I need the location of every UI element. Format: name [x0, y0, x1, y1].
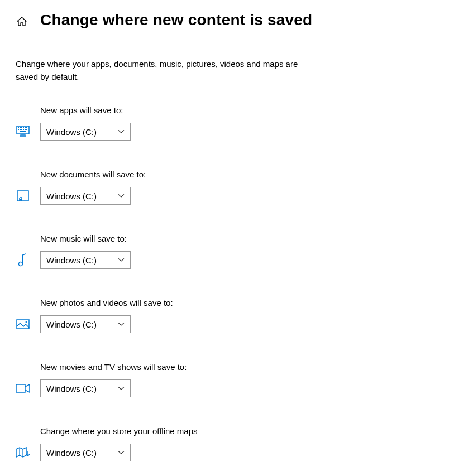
svg-rect-9 [21, 129, 22, 130]
music-dropdown-value: Windows (C:) [46, 256, 97, 265]
svg-rect-12 [26, 129, 27, 130]
maps-dropdown-value: Windows (C:) [46, 448, 97, 458]
movies-dropdown-value: Windows (C:) [46, 384, 97, 393]
setting-row-apps: Windows (C:) [16, 123, 438, 141]
setting-label-documents: New documents will save to: [40, 170, 438, 179]
home-icon[interactable] [16, 16, 28, 28]
setting-label-movies: New movies and TV shows will save to: [40, 362, 438, 372]
page-header: Change where new content is saved [16, 11, 438, 29]
svg-rect-7 [18, 129, 19, 130]
svg-rect-8 [20, 129, 21, 130]
maps-dropdown[interactable]: Windows (C:) [40, 444, 131, 461]
svg-rect-4 [23, 127, 24, 128]
setting-row-maps: Windows (C:) [16, 444, 438, 461]
movies-dropdown[interactable]: Windows (C:) [40, 379, 131, 397]
svg-rect-14 [21, 135, 25, 137]
svg-rect-3 [21, 127, 22, 128]
setting-group-documents: New documents will save to: Windows (C:) [16, 170, 438, 205]
photos-dropdown[interactable]: Windows (C:) [40, 315, 131, 333]
movies-icon [16, 381, 30, 396]
svg-rect-1 [18, 127, 19, 128]
setting-group-maps: Change where you store your offline maps… [16, 426, 438, 461]
setting-label-photos: New photos and videos will save to: [40, 298, 438, 307]
svg-point-16 [19, 262, 23, 266]
apps-dropdown-value: Windows (C:) [46, 127, 97, 137]
documents-icon [16, 189, 30, 203]
svg-rect-10 [23, 129, 24, 130]
setting-row-music: Windows (C:) [16, 251, 438, 269]
chevron-down-icon [118, 193, 125, 199]
svg-point-18 [25, 321, 27, 323]
chevron-down-icon [118, 321, 125, 328]
chevron-down-icon [118, 128, 125, 135]
setting-group-movies: New movies and TV shows will save to: Wi… [16, 362, 438, 397]
setting-row-documents: Windows (C:) [16, 187, 438, 205]
svg-rect-2 [20, 127, 21, 128]
svg-rect-19 [16, 384, 25, 392]
setting-row-photos: Windows (C:) [16, 315, 438, 333]
svg-rect-15 [20, 199, 22, 201]
documents-dropdown-value: Windows (C:) [46, 191, 97, 201]
chevron-down-icon [118, 449, 125, 456]
setting-group-music: New music will save to: Windows (C:) [16, 234, 438, 269]
chevron-down-icon [118, 257, 125, 263]
setting-label-maps: Change where you store your offline maps [40, 426, 438, 436]
settings-list: New apps will save to: [16, 105, 438, 461]
svg-rect-5 [25, 127, 26, 128]
photos-icon [16, 317, 30, 331]
music-icon [16, 253, 30, 267]
setting-group-photos: New photos and videos will save to: Wind… [16, 298, 438, 333]
apps-dropdown[interactable]: Windows (C:) [40, 123, 131, 141]
setting-group-apps: New apps will save to: [16, 105, 438, 141]
page-title: Change where new content is saved [40, 11, 312, 29]
photos-dropdown-value: Windows (C:) [46, 320, 97, 329]
documents-dropdown[interactable]: Windows (C:) [40, 187, 131, 205]
page-description: Change where your apps, documents, music… [16, 58, 320, 83]
chevron-down-icon [118, 385, 125, 392]
svg-rect-11 [25, 129, 26, 130]
apps-icon [16, 124, 30, 139]
setting-row-movies: Windows (C:) [16, 379, 438, 397]
svg-rect-6 [26, 127, 27, 128]
maps-icon [16, 445, 30, 460]
setting-label-music: New music will save to: [40, 234, 438, 243]
setting-label-apps: New apps will save to: [40, 105, 438, 115]
svg-rect-13 [20, 131, 26, 132]
music-dropdown[interactable]: Windows (C:) [40, 251, 131, 269]
